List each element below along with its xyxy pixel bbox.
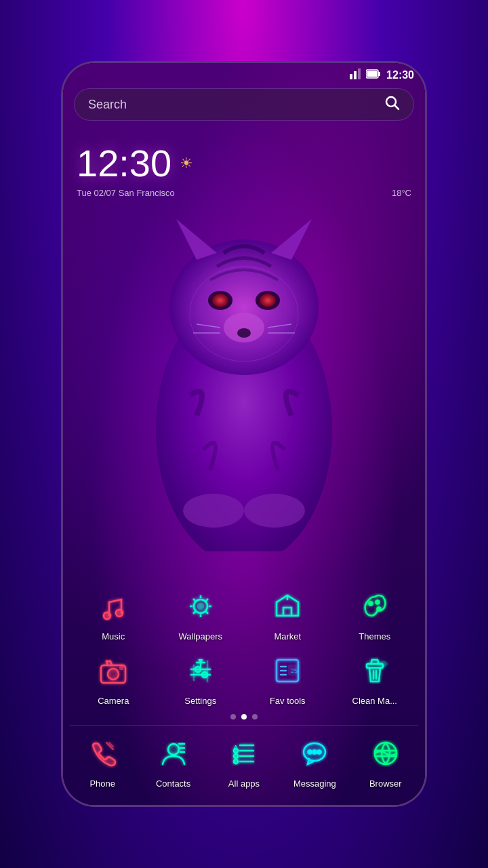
svg-point-65	[168, 744, 179, 755]
app-music-label: Music	[102, 631, 125, 642]
svg-marker-2	[176, 219, 217, 260]
search-bar[interactable]: Search	[74, 88, 414, 121]
dock-contacts[interactable]: Contacts	[140, 732, 207, 789]
svg-line-36	[206, 612, 208, 614]
app-music[interactable]: Music	[75, 585, 152, 642]
dock-phone-label: Phone	[89, 778, 115, 789]
svg-point-9	[237, 328, 251, 338]
svg-marker-17	[350, 74, 352, 79]
svg-point-40	[369, 602, 372, 606]
svg-line-35	[193, 599, 195, 601]
app-camera-label: Camera	[98, 696, 129, 706]
dock-allapps[interactable]: A	[210, 732, 278, 789]
page-dots	[63, 710, 425, 724]
search-icon	[385, 96, 400, 113]
svg-line-38	[193, 612, 195, 614]
tiger-illustration	[102, 144, 386, 551]
svg-line-37	[206, 599, 208, 601]
svg-point-30	[198, 604, 203, 609]
signal-icon	[350, 68, 361, 81]
app-themes-label: Themes	[359, 631, 390, 642]
dock-phone[interactable]: Phone	[68, 732, 136, 789]
app-wallpapers[interactable]: Wallpapers	[161, 585, 239, 642]
svg-point-41	[375, 601, 379, 604]
app-cleanmaster[interactable]: Clean Ma...	[336, 650, 413, 706]
weather-icon: ☀	[180, 155, 193, 172]
app-favtools[interactable]: 25 Fav tools	[249, 650, 327, 706]
svg-rect-21	[378, 72, 380, 76]
dock-separator	[70, 725, 418, 726]
app-row-2: Camera	[63, 646, 425, 710]
svg-marker-18	[354, 71, 357, 79]
svg-point-45	[110, 671, 117, 677]
svg-line-24	[394, 105, 399, 109]
apps-area: Music	[63, 581, 425, 805]
app-camera[interactable]: Camera	[75, 650, 152, 706]
dock-messaging-label: Messaging	[293, 778, 336, 789]
status-time: 12:30	[386, 69, 414, 81]
svg-point-84	[318, 751, 321, 754]
dock-messaging[interactable]: Messaging	[281, 732, 348, 789]
status-bar: 12:30	[63, 63, 425, 84]
svg-rect-22	[367, 71, 378, 77]
app-row-1: Music	[63, 581, 425, 646]
phone-frame: 12:30 Search 12:30 ☀ Tue 02/07 San Franc…	[61, 61, 427, 807]
clock-date: Tue 02/07 San Francisco	[77, 188, 175, 198]
dock-allapps-label: All apps	[228, 778, 260, 789]
app-wallpapers-label: Wallpapers	[178, 631, 222, 642]
svg-point-5	[212, 294, 228, 307]
app-favtools-label: Fav tools	[270, 696, 306, 706]
search-label: Search	[88, 98, 127, 112]
clock-area: 12:30 ☀ Tue 02/07 San Francisco 18°C	[63, 127, 425, 198]
dot-1	[230, 714, 236, 719]
app-settings-label: Settings	[184, 696, 216, 706]
phone-screen: 12:30 Search 12:30 ☀ Tue 02/07 San Franc…	[63, 63, 425, 805]
svg-point-42	[377, 608, 380, 611]
dock-browser[interactable]: Browser	[352, 732, 420, 789]
temperature: 18°C	[392, 188, 411, 198]
app-market[interactable]: Market	[249, 585, 327, 642]
app-cleanmaster-label: Clean Ma...	[352, 696, 397, 706]
svg-point-46	[120, 667, 123, 669]
svg-point-8	[224, 313, 264, 342]
svg-point-82	[308, 751, 312, 754]
battery-icon	[366, 69, 381, 81]
svg-point-7	[260, 294, 276, 307]
dot-2	[241, 714, 247, 719]
svg-text:25: 25	[291, 667, 298, 674]
svg-marker-19	[358, 68, 361, 79]
app-settings[interactable]: Settings	[161, 650, 239, 706]
svg-point-14	[183, 494, 244, 528]
dock-contacts-label: Contacts	[156, 778, 190, 789]
clock-display: 12:30	[77, 141, 171, 185]
dock-row: Phone	[63, 727, 425, 798]
app-market-label: Market	[274, 631, 301, 642]
svg-point-83	[313, 751, 317, 754]
svg-point-15	[244, 494, 305, 528]
dot-3	[252, 714, 258, 719]
svg-marker-3	[271, 219, 312, 260]
dock-browser-label: Browser	[369, 778, 402, 789]
app-themes[interactable]: Themes	[336, 585, 413, 642]
